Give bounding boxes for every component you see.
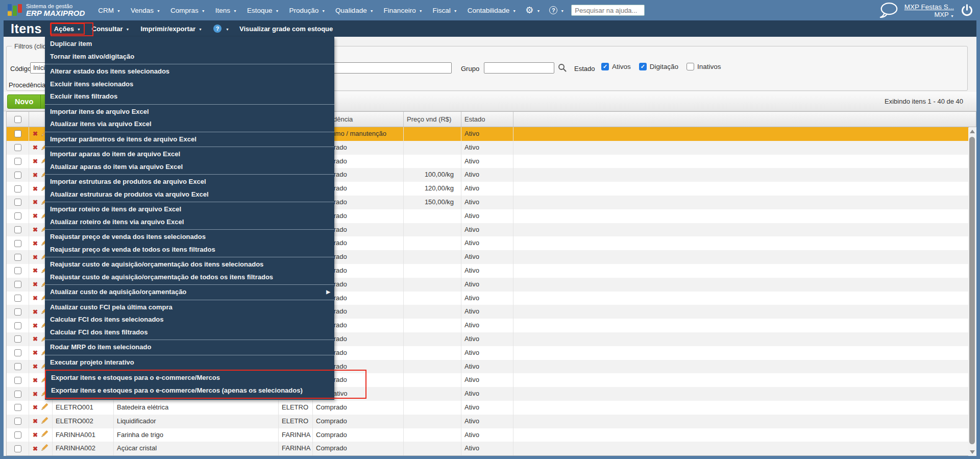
row-checkbox[interactable] (14, 445, 21, 452)
menu-item[interactable]: Importar parâmetros de itens de arquivo … (45, 133, 334, 146)
row-checkbox[interactable] (14, 240, 21, 247)
row-checkbox[interactable] (14, 144, 21, 151)
table-row[interactable]: ✖ELETRO002LiquidificadorELETROCompradoAt… (7, 415, 968, 428)
logout-power-icon[interactable] (960, 4, 974, 17)
delete-icon[interactable]: ✖ (33, 336, 38, 342)
delete-icon[interactable]: ✖ (33, 186, 38, 192)
edit-pencil-icon[interactable] (40, 417, 48, 426)
delete-icon[interactable]: ✖ (33, 377, 38, 383)
row-checkbox[interactable] (14, 267, 21, 274)
menu-item[interactable]: Calcular FCI dos itens selecionados (45, 313, 334, 326)
help-icon[interactable]: ? (549, 6, 557, 14)
menu-item[interactable]: Atualizar aparas do item via arquivo Exc… (45, 161, 334, 174)
delete-icon[interactable]: ✖ (33, 446, 38, 452)
estado-checkbox-ativos[interactable]: ✓ (601, 63, 609, 70)
help-menu[interactable]: ? ▼ (549, 6, 564, 14)
delete-icon[interactable]: ✖ (33, 281, 38, 287)
nav-menu-qualidade[interactable]: Qualidade▼ (335, 7, 374, 14)
scrollbar-thumb[interactable] (969, 137, 975, 444)
nav-menu-itens[interactable]: Itens▼ (215, 7, 237, 14)
edit-pencil-icon[interactable] (40, 403, 48, 413)
row-checkbox[interactable] (14, 199, 21, 206)
menu-item[interactable]: Duplicar item (45, 38, 334, 51)
vertical-scrollbar[interactable] (968, 128, 976, 456)
menu-item[interactable]: Executar projeto interativo (45, 356, 334, 369)
menu-item[interactable]: Excluir itens filtrados (45, 90, 334, 103)
menu-item[interactable]: Calcular FCI dos itens filtrados (45, 326, 334, 339)
menu-item[interactable]: Alterar estado dos itens selecionados (45, 65, 334, 78)
delete-icon[interactable]: ✖ (33, 391, 38, 397)
nav-menu-crm[interactable]: CRM▼ (98, 7, 120, 14)
menu-item[interactable]: Importar roteiro de itens de arquivo Exc… (45, 203, 334, 216)
nav-menu-contabilidade[interactable]: Contabilidade▼ (468, 7, 517, 14)
row-checkbox[interactable] (14, 322, 21, 329)
menu-item[interactable]: Atualizar custo de aquisição/orçamentaçã… (45, 286, 334, 299)
delete-icon[interactable]: ✖ (33, 254, 38, 260)
column-header-Estado[interactable]: Estado (461, 112, 513, 127)
page-help-icon[interactable]: ? (213, 25, 222, 33)
delete-icon[interactable]: ✖ (33, 213, 38, 219)
search-magnifier-icon[interactable] (558, 63, 567, 72)
delete-icon[interactable]: ✖ (33, 131, 38, 137)
delete-icon[interactable]: ✖ (33, 199, 38, 205)
imprimir-exportar-menu-button[interactable]: Imprimir/exportar ▼ (140, 25, 202, 33)
table-row[interactable]: ✖ELETRO001Batedeira elétricaELETROCompra… (7, 401, 968, 415)
nav-menu-compras[interactable]: Compras▼ (170, 7, 205, 14)
row-checkbox[interactable] (14, 295, 21, 302)
row-checkbox[interactable] (14, 391, 21, 398)
menu-item[interactable]: Atualizar itens via arquivo Excel (45, 118, 334, 131)
row-checkbox[interactable] (14, 158, 21, 165)
delete-icon[interactable]: ✖ (33, 295, 38, 301)
table-row[interactable]: ✖FARINHA001Farinha de trigoFARINHACompra… (7, 428, 968, 442)
delete-icon[interactable]: ✖ (33, 172, 38, 178)
gear-icon[interactable]: ⚙ (525, 6, 533, 15)
row-checkbox[interactable] (14, 212, 21, 220)
delete-icon[interactable]: ✖ (33, 418, 38, 424)
estado-checkbox-inativos[interactable] (687, 63, 694, 70)
delete-icon[interactable]: ✖ (33, 158, 38, 164)
row-checkbox[interactable] (14, 377, 21, 384)
account-link[interactable]: MXP Festas S... (904, 3, 954, 11)
menu-item[interactable]: Reajustar preço de venda dos itens selec… (45, 231, 334, 244)
row-checkbox[interactable] (14, 172, 21, 179)
acoes-menu-button[interactable]: Ações ▼ (50, 23, 85, 35)
settings-menu[interactable]: ⚙ ▼ (525, 6, 540, 15)
delete-icon[interactable]: ✖ (33, 268, 38, 274)
scroll-down-arrow-icon[interactable] (970, 450, 975, 454)
help-search-input[interactable] (571, 5, 645, 16)
delete-icon[interactable]: ✖ (33, 404, 38, 410)
row-checkbox[interactable] (14, 281, 21, 288)
delete-icon[interactable]: ✖ (33, 144, 38, 151)
menu-item[interactable]: Reajustar custo de aquisição/orçamentaçã… (45, 271, 334, 284)
row-checkbox[interactable] (14, 349, 21, 356)
menu-item[interactable]: Importar estruturas de produtos de arqui… (45, 176, 334, 188)
menu-item[interactable]: Atualizar roteiro de itens via arquivo E… (45, 216, 334, 229)
menu-item[interactable]: Reajustar preço de venda de todos os ite… (45, 244, 334, 256)
edit-pencil-icon[interactable] (40, 444, 48, 453)
menu-item[interactable]: Atualizar estruturas de produtos via arq… (45, 188, 334, 201)
nav-menu-financeiro[interactable]: Financeiro▼ (384, 7, 423, 14)
menu-item[interactable]: Atualizar custo FCI pela última compra (45, 301, 334, 314)
menu-item[interactable]: Exportar itens e estoques para o e-comme… (46, 372, 332, 384)
row-checkbox[interactable] (14, 363, 21, 370)
menu-item[interactable]: Tornar item ativo/digitação (45, 51, 334, 63)
scroll-up-arrow-icon[interactable] (970, 130, 975, 133)
account-switcher[interactable]: MXP ▼ (904, 11, 954, 18)
row-checkbox[interactable] (14, 431, 21, 439)
estado-checkbox-digitação[interactable]: ✓ (639, 63, 647, 70)
menu-item[interactable]: Importar aparas do item de arquivo Excel (45, 148, 334, 161)
edit-pencil-icon[interactable] (40, 430, 48, 440)
menu-item[interactable]: Reajustar custo de aquisição/orçamentaçã… (45, 258, 334, 271)
row-checkbox[interactable] (14, 308, 21, 316)
row-checkbox[interactable] (14, 185, 21, 192)
chat-bubble-icon[interactable] (879, 2, 898, 19)
delete-icon[interactable]: ✖ (33, 240, 38, 247)
delete-icon[interactable]: ✖ (33, 364, 38, 370)
menu-item[interactable]: Exportar itens e estoques para o e-comme… (46, 384, 332, 397)
visualizar-grade-button[interactable]: Visualizar grade com estoque (239, 25, 333, 33)
row-checkbox[interactable] (14, 418, 21, 425)
select-all-checkbox[interactable] (14, 116, 21, 123)
row-checkbox[interactable] (14, 335, 21, 343)
nav-menu-fiscal[interactable]: Fiscal▼ (433, 7, 457, 14)
menu-item[interactable]: Rodar MRP do item selecionado (45, 341, 334, 354)
